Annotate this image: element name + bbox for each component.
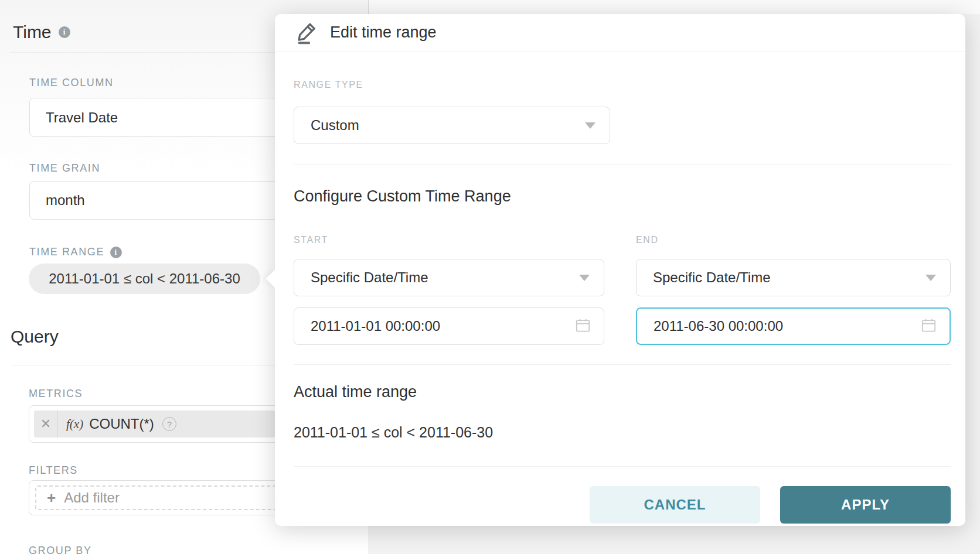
chevron-down-icon: [579, 275, 590, 281]
metrics-label: METRICS: [29, 388, 83, 400]
end-mode-value: Specific Date/Time: [653, 269, 771, 286]
end-mode-select[interactable]: Specific Date/Time: [636, 259, 951, 296]
close-icon[interactable]: ✕: [34, 411, 58, 437]
time-grain-label: TIME GRAIN: [29, 162, 100, 175]
question-icon[interactable]: ?: [162, 417, 176, 431]
end-datetime-input[interactable]: [637, 318, 877, 334]
time-section-title: Time: [13, 22, 52, 42]
start-datetime-input[interactable]: [294, 318, 532, 334]
edit-pencil-icon: [296, 21, 318, 45]
range-type-select[interactable]: Custom: [294, 107, 610, 144]
start-datetime-field: [294, 307, 604, 345]
end-label: END: [636, 235, 659, 245]
panel-divider-line: [368, 0, 369, 14]
start-mode-select[interactable]: Specific Date/Time: [294, 259, 604, 296]
edit-time-range-popover: Edit time range RANGE TYPE Custom Config…: [275, 14, 965, 526]
calendar-icon[interactable]: [575, 317, 591, 336]
time-range-label: TIME RANGE: [29, 246, 104, 258]
popover-header: Edit time range: [275, 14, 965, 52]
group-by-label: GROUP BY: [29, 545, 92, 554]
actual-range-divider: [294, 364, 951, 365]
end-datetime-field: [636, 307, 951, 345]
query-section-header: Query: [11, 327, 59, 347]
range-type-value: Custom: [311, 117, 359, 134]
start-label: START: [294, 235, 328, 245]
time-grain-value: month: [46, 192, 85, 208]
chevron-down-icon: [585, 122, 596, 129]
calendar-icon[interactable]: [921, 317, 937, 336]
time-range-pill-value: 2011-01-01 ≤ col < 2011-06-30: [49, 271, 240, 287]
cancel-button[interactable]: CANCEL: [590, 486, 760, 524]
chevron-down-icon: [925, 275, 936, 281]
time-column-label: TIME COLUMN: [29, 77, 114, 89]
explore-view: Time i TIME COLUMN Travel Date TIME GRAI…: [0, 0, 980, 554]
time-section-header: Time i: [13, 22, 70, 42]
time-range-label-row: TIME RANGE i: [29, 246, 122, 258]
popover-title: Edit time range: [330, 23, 437, 42]
footer-divider: [294, 466, 951, 467]
time-range-pill[interactable]: 2011-01-01 ≤ col < 2011-06-30: [29, 264, 260, 294]
info-icon[interactable]: i: [110, 247, 122, 258]
actual-range-value: 2011-01-01 ≤ col < 2011-06-30: [294, 424, 493, 441]
filters-label: FILTERS: [29, 464, 78, 477]
metric-name: COUNT(*): [89, 416, 154, 432]
configure-heading: Configure Custom Time Range: [294, 187, 511, 206]
actual-range-heading: Actual time range: [294, 383, 417, 401]
plus-icon: +: [47, 490, 56, 505]
range-type-divider: [294, 164, 951, 165]
chart-area-top-strip: [368, 0, 980, 14]
fx-icon: f(x): [66, 417, 83, 432]
time-column-value: Travel Date: [46, 110, 118, 126]
info-icon[interactable]: i: [59, 26, 70, 38]
query-section-title: Query: [11, 327, 59, 347]
start-mode-value: Specific Date/Time: [311, 269, 428, 286]
apply-button[interactable]: APPLY: [780, 486, 951, 524]
add-filter-placeholder: Add filter: [64, 490, 120, 506]
range-type-label: RANGE TYPE: [294, 80, 363, 90]
